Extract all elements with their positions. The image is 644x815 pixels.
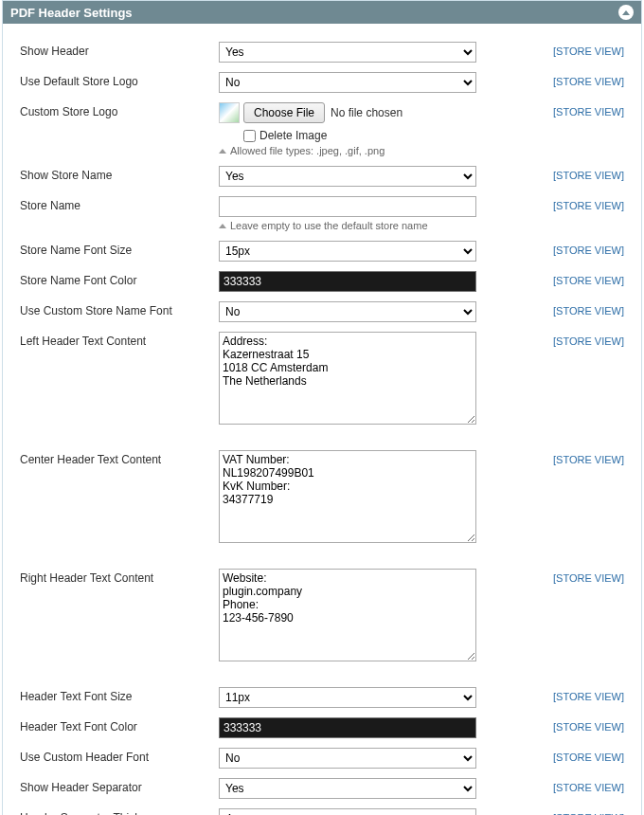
label-header-text-font-size: Header Text Font Size (20, 687, 219, 703)
label-use-default-logo: Use Default Store Logo (20, 72, 219, 88)
label-show-store-name: Show Store Name (20, 166, 219, 182)
collapse-icon[interactable] (618, 5, 634, 20)
textarea-right-header[interactable] (219, 569, 476, 661)
row-header-text-font-color: Header Text Font Color 333333 [STORE VIE… (20, 713, 624, 743)
select-header-text-font-size[interactable]: 11px (219, 687, 476, 708)
scope-link[interactable]: [STORE VIEW] (553, 454, 624, 465)
row-use-default-logo: Use Default Store Logo No [STORE VIEW] (20, 67, 624, 98)
delete-image-label: Delete Image (259, 129, 327, 142)
color-store-name-font[interactable]: 333333 (219, 271, 476, 292)
scope-link[interactable]: [STORE VIEW] (553, 691, 624, 702)
scope-link[interactable]: [STORE VIEW] (553, 572, 624, 584)
scope-link[interactable]: [STORE VIEW] (553, 782, 624, 793)
textarea-center-header[interactable] (219, 450, 476, 543)
color-header-text-font[interactable]: 333333 (219, 717, 476, 738)
row-center-header: Center Header Text Content [STORE VIEW] (20, 445, 624, 551)
label-store-name-font-color: Store Name Font Color (20, 271, 219, 287)
scope-link[interactable]: [STORE VIEW] (553, 335, 624, 347)
label-left-header: Left Header Text Content (20, 332, 219, 348)
label-use-custom-store-name-font: Use Custom Store Name Font (20, 301, 219, 317)
row-custom-logo: Custom Store Logo Choose File No file ch… (20, 98, 624, 161)
row-left-header: Left Header Text Content [STORE VIEW] (20, 327, 624, 432)
row-header-text-font-size: Header Text Font Size 11px [STORE VIEW] (20, 682, 624, 713)
scope-link[interactable]: [STORE VIEW] (553, 721, 624, 733)
row-show-header: Show Header Yes [STORE VIEW] (20, 37, 624, 67)
label-show-header: Show Header (20, 42, 219, 58)
select-store-name-font-size[interactable]: 15px (219, 241, 476, 262)
note-arrow-icon (219, 224, 226, 228)
select-show-header[interactable]: Yes (219, 42, 476, 63)
scope-link[interactable]: [STORE VIEW] (553, 244, 624, 256)
scope-link[interactable]: [STORE VIEW] (553, 275, 624, 286)
panel-body: Show Header Yes [STORE VIEW] Use Default… (3, 24, 641, 815)
textarea-left-header[interactable] (219, 332, 476, 425)
scope-link[interactable]: [STORE VIEW] (553, 305, 624, 317)
row-store-name-font-size: Store Name Font Size 15px [STORE VIEW] (20, 236, 624, 266)
row-store-name: Store Name Leave empty to use the defaul… (20, 191, 624, 236)
scope-link[interactable]: [STORE VIEW] (553, 76, 624, 87)
scope-link[interactable]: [STORE VIEW] (553, 752, 624, 763)
row-store-name-font-color: Store Name Font Color 333333 [STORE VIEW… (20, 266, 624, 297)
store-name-note: Leave empty to use the default store nam… (230, 220, 428, 231)
panel-title: PDF Header Settings (10, 6, 133, 20)
panel-header: PDF Header Settings (3, 1, 641, 24)
allowed-types-note: Allowed file types: .jpeg, .gif, .png (230, 145, 385, 156)
row-right-header: Right Header Text Content [STORE VIEW] (20, 564, 624, 669)
choose-file-button[interactable]: Choose File (243, 102, 325, 123)
label-store-name-font-size: Store Name Font Size (20, 241, 219, 257)
scope-link[interactable]: [STORE VIEW] (553, 45, 624, 57)
select-show-store-name[interactable]: Yes (219, 166, 476, 187)
select-show-header-separator[interactable]: Yes (219, 778, 476, 799)
select-use-custom-header-font[interactable]: No (219, 748, 476, 769)
label-right-header: Right Header Text Content (20, 569, 219, 585)
label-header-text-font-color: Header Text Font Color (20, 717, 219, 734)
scope-link[interactable]: [STORE VIEW] (553, 170, 624, 181)
label-store-name: Store Name (20, 196, 219, 212)
note-arrow-icon (219, 149, 226, 154)
label-custom-logo: Custom Store Logo (20, 102, 219, 118)
select-header-separator-thickness[interactable]: 4px (219, 808, 476, 815)
select-use-default-logo[interactable]: No (219, 72, 476, 93)
delete-image-checkbox[interactable] (243, 130, 256, 142)
settings-panel: PDF Header Settings Show Header Yes [STO… (2, 0, 642, 815)
label-header-separator-thickness: Header Separator Thickness (20, 808, 219, 815)
row-header-separator-thickness: Header Separator Thickness 4px [STORE VI… (20, 804, 624, 815)
row-show-header-separator: Show Header Separator Yes [STORE VIEW] (20, 773, 624, 804)
row-use-custom-store-name-font: Use Custom Store Name Font No [STORE VIE… (20, 297, 624, 327)
input-store-name[interactable] (219, 196, 476, 217)
label-center-header: Center Header Text Content (20, 450, 219, 466)
row-use-custom-header-font: Use Custom Header Font No [STORE VIEW] (20, 743, 624, 773)
logo-thumbnail[interactable] (219, 102, 240, 123)
row-show-store-name: Show Store Name Yes [STORE VIEW] (20, 161, 624, 191)
file-status: No file chosen (331, 106, 402, 119)
scope-link[interactable]: [STORE VIEW] (553, 106, 624, 118)
label-show-header-separator: Show Header Separator (20, 778, 219, 794)
select-use-custom-store-name-font[interactable]: No (219, 301, 476, 322)
label-use-custom-header-font: Use Custom Header Font (20, 748, 219, 764)
scope-link[interactable]: [STORE VIEW] (553, 200, 624, 211)
